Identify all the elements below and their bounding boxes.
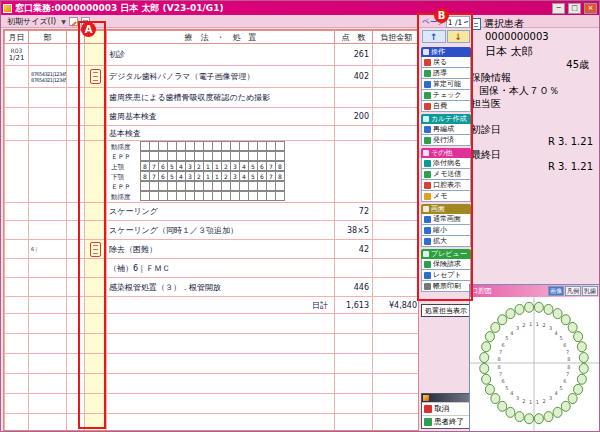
odontogram[interactable]: 87654321123456788765432112345678 [470, 297, 599, 432]
tooth-icon[interactable] [577, 342, 586, 352]
total-row[interactable]: 日計1,613¥4,840 [5, 297, 420, 314]
normal-screen-button[interactable]: 通常画面 [421, 214, 471, 225]
tooth-icon[interactable] [577, 374, 586, 384]
table-row[interactable] [5, 414, 420, 432]
memo-button[interactable]: メモ [421, 191, 471, 202]
tooth-icon[interactable] [498, 315, 507, 325]
tooth-icon[interactable] [482, 374, 491, 384]
tooth-number: 2 [543, 398, 546, 404]
page-down-button[interactable]: ↓ [447, 30, 471, 43]
tooth-number: 3 [516, 395, 519, 401]
table-row[interactable]: 感染根管処置（３）．根管開放446 [5, 278, 420, 297]
back-button[interactable]: 戻る [421, 57, 471, 68]
table-row[interactable]: 歯周基本検査200 [5, 108, 420, 126]
tooth-icon[interactable] [515, 304, 524, 314]
tooth-icon[interactable] [480, 363, 489, 373]
table-row[interactable] [5, 354, 420, 374]
part-cell [29, 126, 67, 141]
tooth-icon[interactable] [544, 412, 553, 422]
zoom-in-button[interactable]: 拡大 [421, 236, 471, 247]
check-button[interactable]: チェック [421, 90, 471, 101]
patient-finish-button[interactable]: 患者終了 [422, 415, 470, 428]
tooth-icon[interactable] [568, 322, 577, 332]
table-row[interactable]: R031/21初診261 [5, 44, 420, 66]
calc-button[interactable]: 算定可能 [421, 79, 471, 90]
title-bar: 窓口業務:0000000003 日本 太郎 (V23-01/G1) ─ □ × [1, 1, 599, 15]
self-pay-button[interactable]: 自費 [421, 101, 471, 112]
mid-cell [67, 141, 85, 203]
tooth-icon[interactable] [544, 304, 553, 314]
oral-map-button-3[interactable]: 乳歯 [582, 286, 598, 296]
tooth-icon[interactable] [553, 309, 562, 319]
memo-tool-icon[interactable] [81, 17, 90, 26]
perio-row-label: 動揺度 [111, 142, 141, 152]
zoom-out-button[interactable]: 縮小 [421, 225, 471, 236]
mouth-button[interactable]: 口腔表示 [421, 180, 471, 191]
tooth-icon[interactable] [485, 384, 494, 394]
table-row[interactable]: 歯周疾患による歯槽骨吸収度確認のため撮影 [5, 88, 420, 108]
section-header: その他 [421, 148, 471, 158]
tooth-icon[interactable] [534, 302, 543, 312]
tooth-icon[interactable] [491, 394, 500, 404]
initial-size-menu[interactable]: 初期サイズ(I) [5, 16, 58, 27]
cancel-button[interactable]: 取消 [422, 402, 470, 415]
tooth-icon[interactable] [561, 315, 570, 325]
oral-map-button-2[interactable]: 凡例 [565, 286, 581, 296]
mid-cell [67, 221, 85, 240]
treatment-cell [107, 374, 335, 394]
receipt-button[interactable]: レセプト [421, 270, 471, 281]
tooth-icon[interactable] [515, 412, 524, 422]
treatment-cell: 日計 [107, 297, 335, 314]
tooth-icon[interactable] [506, 407, 515, 417]
tooth-icon[interactable] [568, 394, 577, 404]
tooth-icon[interactable] [574, 332, 583, 342]
rebuild-button[interactable]: 再編成 [421, 124, 471, 135]
table-row[interactable]: 6｜除去（困難）42 [5, 240, 420, 259]
app-window: 窓口業務:0000000003 日本 太郎 (V23-01/G1) ─ □ × … [0, 0, 600, 432]
tooth-icon[interactable] [491, 322, 500, 332]
table-row[interactable]: 動揺度ＥＰＰ上顎8765432112345678下顎87654321123456… [5, 141, 420, 203]
table-row[interactable]: 基本検査 [5, 126, 420, 141]
guide-button[interactable]: 誘導 [421, 68, 471, 79]
mail-button[interactable]: メモ送信 [421, 169, 471, 180]
issued-button[interactable]: 発行済 [421, 135, 471, 146]
table-row[interactable] [5, 334, 420, 354]
staff-display-button[interactable]: 処置担当表示 [421, 304, 471, 317]
tooth-icon[interactable] [480, 353, 489, 363]
close-button[interactable]: × [584, 3, 597, 14]
table-row[interactable] [5, 394, 420, 414]
minimize-button[interactable]: ─ [552, 3, 565, 14]
tooth-icon[interactable] [485, 332, 494, 342]
table-row[interactable] [5, 314, 420, 334]
table-row[interactable]: 87654321|12345678 87654321|12345678デジタル歯… [5, 66, 420, 88]
tooth-icon[interactable] [506, 309, 515, 319]
oral-map-button-1[interactable]: 画像 [548, 286, 564, 296]
tooth-icon[interactable] [579, 353, 588, 363]
button-label: レセプト [433, 270, 462, 280]
part-cell [29, 297, 67, 314]
table-row[interactable]: スケーリング（同時１／３顎追加）38×5 [5, 221, 420, 240]
mid-cell [67, 354, 85, 374]
tooth-icon[interactable] [482, 342, 491, 352]
table-row[interactable] [5, 374, 420, 394]
tooth-icon[interactable] [534, 414, 543, 424]
tooth-icon[interactable] [574, 384, 583, 394]
button-label: チェック [433, 90, 462, 100]
insurance-button[interactable]: 保険請求 [421, 259, 471, 270]
tooth-icon[interactable] [553, 407, 562, 417]
table-row[interactable]: スケーリング72 [5, 203, 420, 221]
page-spinner[interactable]: 1 /1 ▴▾ [446, 16, 470, 28]
tooth-icon[interactable] [579, 363, 588, 373]
copay-cell [373, 66, 420, 88]
print-button[interactable]: 帳票印刷 [421, 281, 471, 292]
tooth-icon[interactable] [525, 414, 534, 424]
table-row[interactable]: （補）6｜ＦＭＣ [5, 259, 420, 278]
maximize-button[interactable]: □ [568, 3, 581, 14]
disease-name-button[interactable]: 添付病名 [421, 158, 471, 169]
edit-icon[interactable] [69, 17, 78, 26]
tooth-icon[interactable] [498, 401, 507, 411]
page-up-button[interactable]: ↑ [422, 30, 446, 43]
tooth-icon[interactable] [525, 302, 534, 312]
spinner-arrows-icon[interactable]: ▴▾ [464, 20, 468, 24]
tooth-icon[interactable] [561, 401, 570, 411]
